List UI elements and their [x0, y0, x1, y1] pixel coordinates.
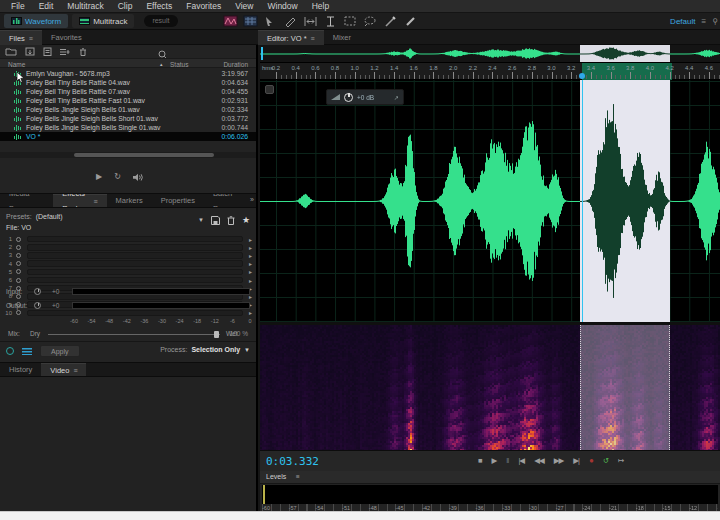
hud-fade-icon[interactable]	[331, 94, 340, 100]
preset-dropdown-icon[interactable]: ▼	[198, 217, 204, 223]
spectral-pitch-toggle-icon[interactable]	[244, 16, 257, 27]
levels-menu-icon[interactable]: ≡	[296, 473, 300, 480]
column-duration[interactable]: Duration	[223, 61, 248, 68]
slot-power-icon[interactable]	[16, 237, 21, 242]
marquee-selection-tool-icon[interactable]	[344, 16, 357, 27]
slot-well[interactable]	[27, 277, 243, 284]
delete-preset-icon[interactable]	[227, 211, 235, 229]
scrollbar-thumb[interactable]	[74, 153, 214, 157]
tab-markers[interactable]: Markers	[107, 194, 152, 207]
file-row[interactable]: Foley Bell Tiny Bells Rattle 04.wav0:04.…	[0, 78, 256, 87]
hud-volume-knob[interactable]	[344, 93, 353, 102]
tab-media-browser[interactable]: Media Browser	[0, 194, 53, 207]
pause-button[interactable]: ‖	[506, 454, 508, 468]
file-row[interactable]: Foley Bells Jingle Sleigh Bells 01.wav0:…	[0, 105, 256, 114]
tab-video[interactable]: Video≡	[41, 363, 86, 376]
mix-slider-handle[interactable]	[214, 331, 219, 338]
apply-button[interactable]: Apply	[40, 345, 80, 357]
input-knob[interactable]	[34, 288, 41, 295]
slot-power-icon[interactable]	[16, 310, 21, 315]
overview-canvas[interactable]	[260, 45, 720, 62]
menu-effects[interactable]: Effects	[139, 0, 179, 12]
workspace-switcher[interactable]: Default	[670, 17, 695, 26]
menu-favorites[interactable]: Favorites	[179, 0, 228, 12]
effect-slot[interactable]: 4▸	[0, 260, 256, 268]
playhead-marker[interactable]	[579, 73, 585, 79]
menu-help[interactable]: Help	[305, 0, 336, 12]
fast-forward-button[interactable]: ▶▶	[554, 454, 564, 468]
menu-clip[interactable]: Clip	[111, 0, 140, 12]
sort-ascending-icon[interactable]: ▴	[160, 61, 163, 67]
lasso-selection-tool-icon[interactable]	[364, 16, 377, 27]
tab-overflow-icon[interactable]: »	[250, 196, 254, 203]
slot-power-icon[interactable]	[16, 278, 21, 283]
tab-mixer[interactable]: Mixer	[324, 30, 360, 45]
razor-tool-icon[interactable]	[284, 16, 297, 27]
column-name[interactable]: Name	[8, 61, 25, 68]
panel-menu-icon[interactable]: ≡	[94, 194, 98, 209]
skip-selection-button[interactable]: ↦	[618, 454, 623, 468]
file-row[interactable]: Foley Bell Tiny Bells Rattle Fast 01.wav…	[0, 96, 256, 105]
file-row[interactable]: Foley Bells Jingle Sleigh Bells Single 0…	[0, 123, 256, 132]
slot-arrow-icon[interactable]: ▸	[249, 236, 252, 243]
channel-chip-icon[interactable]	[265, 85, 274, 94]
levels-header[interactable]: Levels ≡	[260, 471, 720, 484]
timeline-ruler[interactable]: hms 0.20.40.60.81.01.21.41.61.82.02.22.4…	[260, 63, 720, 80]
loop-playback-button[interactable]: ↺	[603, 454, 608, 468]
menu-window[interactable]: Window	[260, 0, 304, 12]
file-row[interactable]: VO *0:06.026	[0, 132, 256, 141]
rack-power-icon[interactable]	[6, 347, 14, 355]
slot-well[interactable]	[27, 269, 243, 276]
tab-effects-rack[interactable]: Effects Rack≡	[53, 194, 106, 207]
tab-properties[interactable]: Properties	[152, 194, 204, 207]
preset-value[interactable]: (Default)	[36, 213, 63, 220]
move-tool-icon[interactable]	[264, 16, 277, 27]
process-dropdown-icon[interactable]: ▼	[244, 347, 250, 353]
waveform-overview-strip[interactable]	[260, 45, 720, 63]
stop-button[interactable]: ■	[478, 454, 482, 468]
save-preset-icon[interactable]	[211, 211, 220, 229]
effect-slot[interactable]: 5▸	[0, 268, 256, 276]
record-button[interactable]: ●	[589, 454, 593, 468]
hud-expand-icon[interactable]: ↗	[394, 94, 399, 101]
rack-bypass-icon[interactable]	[22, 347, 32, 355]
paintbrush-tool-icon[interactable]	[384, 16, 397, 27]
file-row[interactable]: Emlyn Vaughan - 5678.mp33:19.967	[0, 69, 256, 78]
slot-arrow-icon[interactable]: ▸	[249, 277, 252, 284]
slot-power-icon[interactable]	[16, 245, 21, 250]
slot-well[interactable]	[27, 252, 243, 259]
slot-arrow-icon[interactable]: ▸	[249, 252, 252, 259]
slot-arrow-icon[interactable]: ▸	[249, 268, 252, 275]
panel-menu-icon[interactable]: ≡	[311, 31, 315, 46]
file-row[interactable]: Foley Bells Jingle Sleigh Bells Short 01…	[0, 114, 256, 123]
menu-edit[interactable]: Edit	[32, 0, 61, 12]
effect-slot[interactable]: 3▸	[0, 251, 256, 259]
spectral-display[interactable]	[260, 322, 720, 450]
search-result-box[interactable]: result	[144, 15, 177, 27]
workspace-menu-icon[interactable]: ≡	[701, 17, 706, 26]
effect-slot[interactable]: 6▸	[0, 276, 256, 284]
menu-view[interactable]: View	[228, 0, 260, 12]
waveform-canvas[interactable]	[260, 80, 720, 322]
files-autoplay-icon[interactable]	[133, 168, 144, 186]
process-mode-select[interactable]: Selection Only	[191, 346, 240, 353]
waveform-display[interactable]: +0 dB ↗	[260, 80, 720, 322]
favorite-star-icon[interactable]: ★	[242, 215, 250, 225]
move-next-button[interactable]: ▶|	[573, 454, 579, 468]
levels-tab-label[interactable]: Levels	[266, 473, 286, 480]
multitrack-view-button[interactable]: Multitrack	[72, 14, 134, 28]
tab-history[interactable]: History	[0, 363, 41, 376]
file-row[interactable]: Foley Bell Tiny Bells Rattle 07.wav0:04.…	[0, 87, 256, 96]
slot-well[interactable]	[27, 244, 243, 251]
time-selection-tool-icon[interactable]	[324, 16, 337, 27]
menu-file[interactable]: File	[4, 0, 32, 12]
spot-healing-tool-icon[interactable]	[404, 16, 417, 27]
mix-slider-track[interactable]	[48, 334, 220, 335]
spectral-display-toggle-icon[interactable]	[224, 16, 237, 27]
slot-power-icon[interactable]	[16, 269, 21, 274]
rewind-button[interactable]: ◀◀	[534, 454, 544, 468]
column-status[interactable]: Status	[170, 61, 188, 68]
files-play-icon[interactable]: ▶	[96, 172, 102, 182]
volume-hud[interactable]: +0 dB ↗	[326, 89, 404, 105]
output-knob[interactable]	[34, 302, 41, 309]
